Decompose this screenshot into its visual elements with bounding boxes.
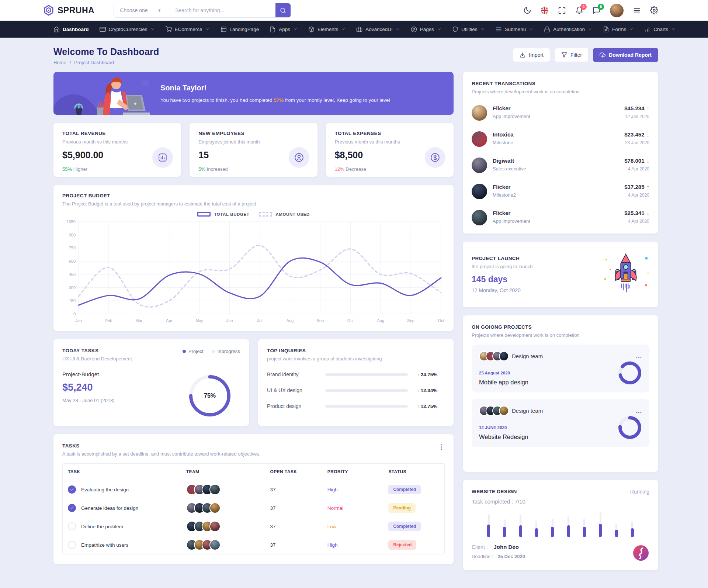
app-logo[interactable]: SPRUHA bbox=[43, 5, 94, 16]
ongoing-projects-card: ON GOIONG PROJECTS Projects where develo… bbox=[463, 315, 658, 472]
sidebar-toggle-icon[interactable] bbox=[633, 6, 641, 14]
stat-title: NEW EMPLOYEES bbox=[198, 131, 308, 136]
nav-item-label: Utilities bbox=[461, 27, 478, 32]
stat-change: 12% Decrease bbox=[335, 166, 445, 172]
nav-item-forms[interactable]: Forms bbox=[603, 26, 634, 32]
task-checkbox[interactable] bbox=[68, 522, 76, 530]
task-name: Empathize with users bbox=[81, 542, 128, 548]
project-menu-icon[interactable]: ... bbox=[636, 353, 642, 360]
chevron-down-icon bbox=[341, 27, 346, 31]
project-budget-subtitle: The Project Budget is a tool used by pro… bbox=[62, 201, 445, 207]
nav-item-label: Pages bbox=[420, 27, 434, 32]
download-report-button[interactable]: Download Report bbox=[593, 48, 658, 62]
transaction-role: App improvement bbox=[493, 218, 530, 224]
project-team: Design team bbox=[512, 353, 543, 359]
messages-icon[interactable]: 6 bbox=[593, 6, 601, 14]
language-flag-icon[interactable] bbox=[541, 6, 549, 14]
chevron-down-icon bbox=[437, 27, 441, 31]
search-button[interactable] bbox=[275, 3, 291, 17]
status-badge: Rejected bbox=[388, 540, 416, 550]
lock-icon bbox=[544, 26, 550, 32]
task-checkbox[interactable] bbox=[68, 485, 76, 494]
nav-item-advancedui[interactable]: AdvancedUI bbox=[356, 26, 400, 32]
status-badge: Completed bbox=[388, 522, 421, 531]
chevron-down-icon: ▼ bbox=[157, 8, 162, 13]
task-checkbox[interactable] bbox=[68, 541, 76, 549]
transaction-row: Digiwatt Sales executive $78.001↓ 4 Apr … bbox=[472, 158, 649, 173]
notifications-bell-icon[interactable]: 4 bbox=[575, 6, 583, 14]
project-team: Design team bbox=[512, 408, 543, 414]
breadcrumb-home[interactable]: Home bbox=[53, 60, 66, 65]
stat-card-total-revenue: TOTAL REVENUE Previous month vs this mon… bbox=[53, 123, 181, 177]
svg-text:Apr: Apr bbox=[166, 318, 172, 323]
search-input[interactable] bbox=[169, 3, 275, 17]
chevron-down-icon bbox=[480, 27, 485, 31]
transaction-name: Flicker bbox=[493, 184, 516, 190]
inquiry-row: UI & UX design ↓12.34% bbox=[267, 387, 445, 393]
chevron-down-icon bbox=[629, 27, 634, 31]
nav-item-ecommerce[interactable]: ECommerce bbox=[166, 26, 210, 32]
nav-item-pages[interactable]: Pages bbox=[411, 26, 441, 32]
inquiry-label: Brand identity bbox=[267, 371, 325, 377]
nav-item-charts[interactable]: Charts bbox=[644, 26, 676, 32]
recent-transactions-card: RECENT TRANSCATIONS Projects where devel… bbox=[463, 72, 658, 234]
nav-item-elements[interactable]: Elements bbox=[308, 26, 346, 32]
nav-item-authentication[interactable]: Authentication bbox=[544, 26, 592, 32]
banner-message-pre: You have two projects to finish, you had… bbox=[160, 97, 274, 103]
main-navigation: Dashboard CryptoCurrencies ECommerce Lan… bbox=[0, 21, 708, 38]
task-checkbox[interactable] bbox=[68, 504, 76, 512]
transaction-amount: $23.452↓ bbox=[624, 131, 649, 138]
tasks-menu-icon[interactable]: ⋮ bbox=[438, 443, 445, 451]
compass-icon bbox=[411, 26, 417, 32]
nav-item-label: LandingPage bbox=[230, 27, 259, 32]
dollar-circle-icon bbox=[430, 153, 440, 162]
dark-mode-icon[interactable] bbox=[523, 6, 531, 14]
inquiry-change: ↑24.75% bbox=[417, 372, 445, 377]
website-bars-chart bbox=[472, 511, 649, 537]
header-icons: 4 6 bbox=[523, 4, 658, 17]
nav-item-submenu[interactable]: Submenu bbox=[496, 26, 534, 32]
bar-chart-icon bbox=[644, 26, 650, 32]
nav-item-apps[interactable]: Apps bbox=[270, 26, 298, 32]
avatar bbox=[499, 351, 509, 361]
settings-gear-icon[interactable] bbox=[650, 6, 658, 14]
import-button[interactable]: Import bbox=[513, 48, 550, 62]
chevron-down-icon bbox=[529, 27, 533, 31]
svg-text:1050: 1050 bbox=[67, 219, 76, 224]
avatar bbox=[472, 158, 487, 173]
project-name: Mobile app design bbox=[479, 379, 642, 386]
nav-item-utilities[interactable]: Utilities bbox=[452, 26, 485, 32]
transaction-amount: $45.234↑ bbox=[624, 105, 649, 111]
fullscreen-icon[interactable] bbox=[558, 6, 566, 14]
avatar bbox=[209, 484, 221, 495]
arrow-up-icon: ↑ bbox=[417, 404, 420, 409]
stat-subtitle: Previous month vs this months bbox=[62, 139, 172, 145]
search-category-select[interactable]: Choose one ▼ bbox=[114, 3, 169, 17]
messages-count-badge: 6 bbox=[598, 4, 604, 10]
top-header: SPRUHA Choose one ▼ 4 6 bbox=[0, 0, 708, 21]
ongoing-project: Design team ... 12 JUNE 2020 Website Red… bbox=[472, 399, 649, 447]
task-row: Generate ideas for design 37 Normal Pend… bbox=[63, 499, 444, 517]
transaction-role: Milestone2 bbox=[493, 192, 516, 198]
project-menu-icon[interactable]: ... bbox=[636, 408, 642, 414]
chevron-down-icon bbox=[293, 27, 298, 31]
nav-item-cryptocurrencies[interactable]: CryptoCurrencies bbox=[100, 26, 155, 32]
transaction-rows: Flicker App improvement $45.234↑ 12 Jan … bbox=[472, 105, 649, 225]
avatar bbox=[472, 131, 487, 147]
open-task-count: 37 bbox=[265, 499, 322, 517]
column-header: TASK bbox=[63, 464, 181, 480]
arrow-down-icon: ↓ bbox=[647, 131, 650, 138]
nav-item-landingpage[interactable]: LandingPage bbox=[221, 26, 259, 32]
task-row: Define the problem 37 Low Completed bbox=[63, 517, 444, 536]
transaction-name: Flicker bbox=[493, 105, 530, 111]
avatar bbox=[209, 521, 221, 532]
filter-button[interactable]: Filter bbox=[555, 48, 589, 62]
nav-item-label: CryptoCurrencies bbox=[109, 27, 148, 32]
transaction-row: Flicker App improvement $25.341↓ 4 Apr 2… bbox=[472, 210, 649, 225]
progress-bar bbox=[551, 519, 554, 537]
launch-date: 12 Monday, Oct 2020 bbox=[472, 287, 533, 293]
user-avatar[interactable] bbox=[610, 4, 624, 17]
inquiry-change: ↑12.75% bbox=[417, 404, 445, 409]
nav-item-dashboard[interactable]: Dashboard bbox=[53, 26, 89, 32]
transaction-role: App improvement bbox=[493, 114, 530, 119]
